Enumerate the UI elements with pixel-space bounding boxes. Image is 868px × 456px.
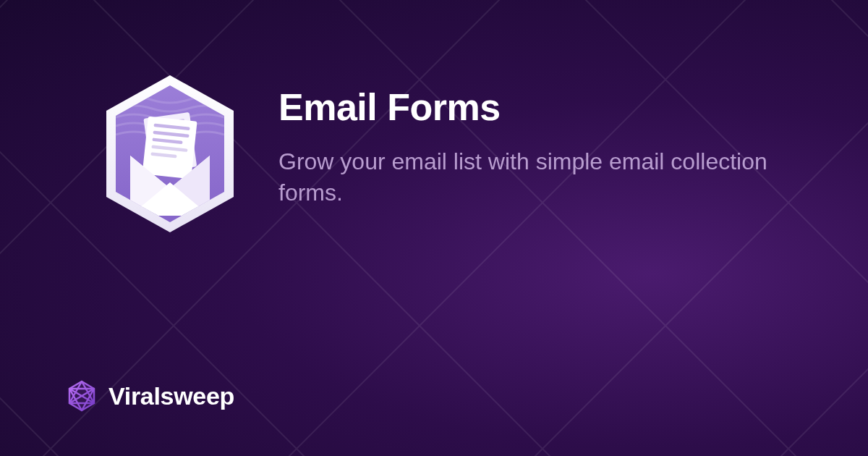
email-forms-icon: [98, 72, 242, 235]
viralsweep-logo-icon: [65, 379, 98, 413]
page-title: Email Forms: [278, 85, 770, 129]
brand: Viralsweep: [65, 379, 234, 413]
page-subtitle: Grow your email list with simple email c…: [278, 146, 770, 208]
brand-name: Viralsweep: [109, 382, 234, 410]
hero-text: Email Forms Grow your email list with si…: [278, 72, 770, 208]
hero-content: Email Forms Grow your email list with si…: [98, 72, 770, 235]
